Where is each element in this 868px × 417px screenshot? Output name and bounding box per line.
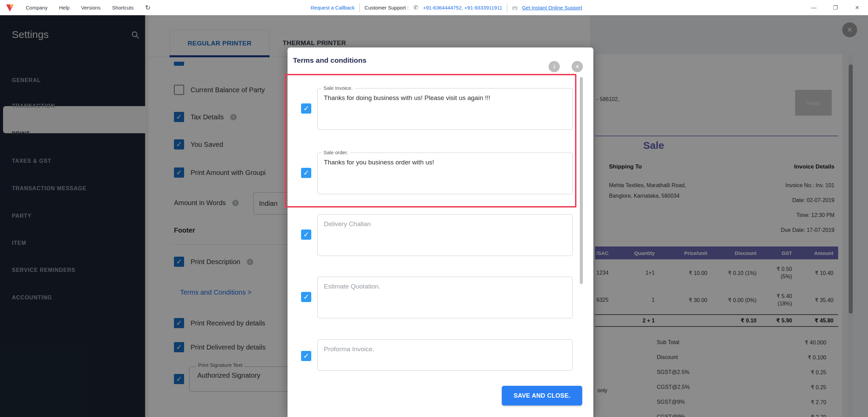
delivery-challan-checkbox[interactable]: ✓ [301,230,311,240]
delivery-challan-textarea[interactable] [317,214,573,256]
title-bar: Company Help Versions Shortcuts ↻ Reques… [0,0,868,15]
refresh-icon[interactable]: ↻ [145,4,151,12]
divider [507,3,507,12]
restore-button[interactable]: ❐ [825,0,846,15]
minimize-button[interactable]: — [803,0,825,15]
support-phone-numbers[interactable]: +91-6364444752, +91-9333911911 [423,5,502,11]
menu-help[interactable]: Help [59,5,70,11]
divider [359,3,360,12]
modal-info-icon[interactable]: i [549,61,560,72]
proforma-invoice-textarea[interactable] [317,339,573,371]
customer-support-label: Customer Support : [364,5,409,11]
close-window-button[interactable]: ✕ [846,0,868,15]
modal-close-icon[interactable]: ✕ [572,61,583,72]
estimate-quotation-checkbox[interactable]: ✓ [301,292,311,302]
proforma-invoice-checkbox[interactable]: ✓ [301,351,311,361]
live-support-icon: ((•)) [512,5,517,10]
app-window: Company Help Versions Shortcuts ↻ Reques… [0,0,868,417]
request-callback-link[interactable]: Request a Callback [311,5,355,11]
modal-title: Terms and conditions [293,56,367,64]
highlight-annotation-rectangle [285,74,576,207]
vyapar-logo-icon [5,3,14,12]
phone-icon: ✆ [413,4,418,11]
estimate-quotation-textarea[interactable] [317,277,573,318]
menu-versions[interactable]: Versions [81,5,101,11]
online-support-link[interactable]: Get Instant Online Support [522,5,582,11]
save-and-close-button[interactable]: SAVE AND CLOSE. [502,386,582,405]
menu-shortcuts[interactable]: Shortcuts [112,5,134,11]
menu-company[interactable]: Company [26,5,47,11]
modal-scrollbar[interactable] [580,77,583,284]
